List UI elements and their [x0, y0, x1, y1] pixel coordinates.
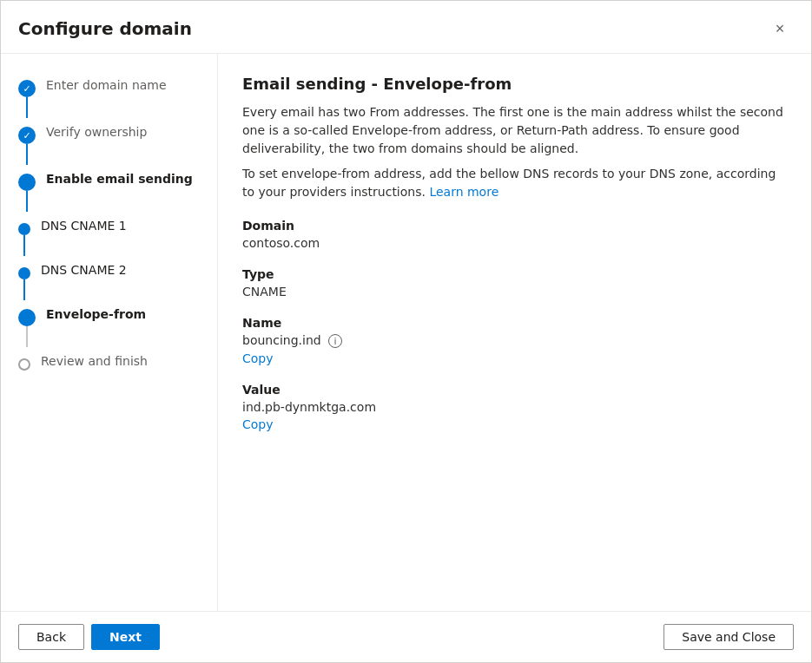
main-content: Email sending - Envelope-from Every emai… [218, 54, 811, 611]
step-dot-envelope [18, 309, 36, 326]
value-label: Value [242, 383, 787, 397]
step-dot-dns1 [18, 223, 30, 235]
step-connector-dns1 [18, 212, 30, 256]
step-connector-review [18, 347, 30, 371]
footer-left-buttons: Back Next [18, 624, 160, 650]
name-value: bouncing.ind i [242, 333, 787, 348]
step-list: ✓ Enter domain name ✓ Verify ownership [1, 71, 217, 375]
step-label-enable-email: Enable email sending [46, 165, 217, 193]
content-description-2-text: To set envelope-from address, add the be… [242, 167, 776, 199]
step-dot-enter-domain: ✓ [18, 80, 36, 97]
check-icon-verify: ✓ [23, 130, 30, 141]
step-item-dns-cname-2: DNS CNAME 2 [1, 256, 217, 300]
step-dot-dns2 [18, 267, 30, 279]
step-connector-verify: ✓ [18, 118, 36, 165]
content-description-2: To set envelope-from address, add the be… [242, 165, 787, 201]
step-item-envelope-from: Envelope-from [1, 300, 217, 347]
domain-value: contoso.com [242, 236, 787, 250]
value-section: Value ind.pb-dynmktga.com Copy [242, 383, 787, 431]
content-title: Email sending - Envelope-from [242, 75, 787, 93]
name-copy-link[interactable]: Copy [242, 351, 274, 365]
step-line-6 [26, 326, 28, 347]
back-button[interactable]: Back [18, 624, 84, 650]
step-label-verify-ownership: Verify ownership [46, 118, 217, 146]
type-value: CNAME [242, 285, 787, 299]
step-connector-envelope [18, 300, 36, 347]
next-button[interactable]: Next [91, 624, 160, 650]
step-line-2 [26, 144, 28, 165]
step-label-envelope-from: Envelope-from [46, 300, 217, 328]
step-item-review-finish: Review and finish [1, 347, 217, 375]
steps-sidebar: ✓ Enter domain name ✓ Verify ownership [1, 54, 218, 611]
domain-section: Domain contoso.com [242, 219, 787, 250]
step-connector-enable [18, 165, 36, 212]
name-label: Name [242, 316, 787, 330]
close-button[interactable]: × [766, 15, 794, 43]
step-item-dns-cname-1: DNS CNAME 1 [1, 212, 217, 256]
modal-body: ✓ Enter domain name ✓ Verify ownership [1, 54, 811, 611]
learn-more-link[interactable]: Learn more [429, 185, 498, 199]
modal-title: Configure domain [18, 18, 192, 39]
step-label-review-finish: Review and finish [41, 347, 217, 375]
step-connector-enter-domain: ✓ [18, 71, 36, 118]
domain-label: Domain [242, 219, 787, 233]
step-label-dns-cname-2: DNS CNAME 2 [41, 256, 217, 284]
name-info-icon[interactable]: i [328, 334, 342, 348]
type-section: Type CNAME [242, 267, 787, 299]
step-connector-dns2 [18, 256, 30, 300]
modal-footer: Back Next Save and Close [1, 611, 811, 662]
content-area: Email sending - Envelope-from Every emai… [242, 75, 787, 590]
step-label-dns-cname-1: DNS CNAME 1 [41, 212, 217, 240]
step-line-4 [23, 235, 25, 256]
step-dot-enable [18, 174, 36, 191]
step-dot-verify: ✓ [18, 127, 36, 144]
step-label-enter-domain: Enter domain name [46, 71, 217, 99]
value-value: ind.pb-dynmktga.com [242, 400, 787, 414]
step-line-1 [26, 97, 28, 118]
name-section: Name bouncing.ind i Copy [242, 316, 787, 365]
content-description-1: Every email has two From addresses. The … [242, 103, 787, 158]
step-dot-review [18, 358, 30, 371]
type-label: Type [242, 267, 787, 281]
step-item-enter-domain: ✓ Enter domain name [1, 71, 217, 118]
step-line-5 [23, 279, 25, 300]
value-copy-link[interactable]: Copy [242, 417, 274, 431]
modal-header: Configure domain × [1, 1, 811, 54]
configure-domain-modal: Configure domain × ✓ Enter domain name [0, 0, 812, 663]
step-line-3 [26, 191, 28, 212]
step-item-enable-email: Enable email sending [1, 165, 217, 212]
check-icon-enter-domain: ✓ [23, 83, 30, 95]
step-item-verify-ownership: ✓ Verify ownership [1, 118, 217, 165]
name-value-text: bouncing.ind [242, 333, 321, 347]
save-close-button[interactable]: Save and Close [663, 624, 794, 650]
